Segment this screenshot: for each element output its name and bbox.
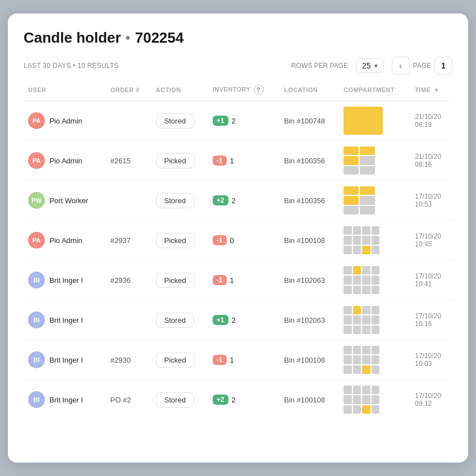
inventory-cell: -1 1 bbox=[208, 141, 280, 181]
compartment-visual bbox=[344, 266, 385, 294]
time-cell: 17/10/2010:53 bbox=[410, 181, 452, 221]
inventory-cell: +2 2 bbox=[208, 181, 280, 221]
inv-count: 2 bbox=[232, 117, 236, 125]
inv-badge: -1 bbox=[213, 275, 227, 285]
avatar: BI bbox=[28, 312, 45, 328]
rows-per-page-value: 25 bbox=[362, 61, 371, 70]
user-name: Brit Inger I bbox=[49, 316, 83, 324]
history-table: USER ORDER # ACTION INVENTORY ? LOCATION… bbox=[24, 81, 452, 419]
inv-badge: -1 bbox=[213, 355, 227, 365]
compartment-visual bbox=[344, 386, 385, 414]
table-row: PA Pio Admin #2937Picked -1 0 Bin #10010… bbox=[24, 221, 452, 260]
inventory-cell: -1 1 bbox=[208, 340, 280, 380]
action-badge: Stored bbox=[156, 392, 194, 408]
user-cell: BI Brit Inger I bbox=[24, 260, 106, 300]
action-badge: Picked bbox=[156, 153, 195, 168]
toolbar: LAST 30 DAYS • 10 RESULTS ROWS PER PAGE … bbox=[24, 57, 452, 75]
inv-badge: -1 bbox=[213, 155, 227, 166]
time-cell: 17/10/2010:41 bbox=[410, 260, 452, 300]
user-cell: PA Pio Admin bbox=[24, 221, 106, 260]
user-name: Pio Admin bbox=[49, 236, 83, 245]
compartment-visual bbox=[344, 107, 385, 135]
compartment-cell bbox=[339, 260, 410, 300]
compartment-visual bbox=[344, 346, 385, 374]
time-cell: 17/10/2010:16 bbox=[410, 300, 452, 340]
compartment-cell bbox=[339, 181, 410, 221]
action-badge: Stored bbox=[156, 113, 194, 129]
location-cell: Bin #100108 bbox=[280, 380, 339, 420]
user-name: Pio Admin bbox=[49, 157, 83, 165]
table-row: BI Brit Inger I #2930Picked -1 1 Bin #10… bbox=[24, 340, 452, 380]
inv-count: 1 bbox=[230, 276, 234, 285]
user-name: Pio Admin bbox=[49, 117, 83, 125]
order-cell: #2930 bbox=[106, 340, 152, 380]
inv-count: 1 bbox=[230, 157, 234, 165]
location-cell: Bin #100748 bbox=[280, 101, 339, 141]
user-cell: PW Port Worker bbox=[24, 181, 106, 221]
time-cell: 21/10/2008:16 bbox=[410, 141, 452, 181]
action-cell: Stored bbox=[152, 300, 208, 340]
summary-label: LAST 30 DAYS • 10 RESULTS bbox=[24, 62, 119, 70]
col-user: USER bbox=[24, 81, 106, 101]
action-cell: Stored bbox=[152, 181, 208, 221]
compartment-cell bbox=[339, 101, 410, 141]
inv-count: 1 bbox=[230, 356, 234, 364]
col-time[interactable]: TIME ▼ bbox=[410, 81, 452, 101]
order-cell bbox=[106, 101, 152, 141]
avatar: BI bbox=[28, 391, 45, 408]
inv-badge: +1 bbox=[213, 116, 228, 126]
inv-count: 0 bbox=[230, 236, 234, 245]
prev-page-button[interactable]: ‹ bbox=[392, 57, 410, 75]
user-name: Brit Inger I bbox=[49, 356, 83, 364]
rows-per-page-select[interactable]: 25 ▾ bbox=[356, 58, 384, 73]
user-cell: BI Brit Inger I bbox=[24, 380, 106, 420]
col-compartment: COMPARTMENT bbox=[339, 81, 410, 101]
inventory-cell: -1 0 bbox=[208, 221, 280, 260]
main-card: Candle holder • 702254 LAST 30 DAYS • 10… bbox=[8, 13, 468, 463]
inv-badge: +1 bbox=[213, 315, 228, 325]
pagination: ‹ PAGE 1 bbox=[392, 57, 452, 75]
inv-badge: +2 bbox=[213, 395, 228, 405]
order-cell: PO #2 bbox=[106, 380, 152, 420]
order-cell bbox=[106, 181, 152, 221]
user-cell: PA Pio Admin bbox=[24, 101, 106, 141]
compartment-cell bbox=[339, 141, 410, 181]
table-row: BI Brit Inger I PO #2Stored +2 2 Bin #10… bbox=[24, 380, 452, 420]
location-cell: Bin #100356 bbox=[280, 141, 339, 181]
action-cell: Picked bbox=[152, 221, 208, 260]
action-cell: Picked bbox=[152, 340, 208, 380]
inventory-help-icon[interactable]: ? bbox=[254, 85, 264, 95]
user-name: Brit Inger I bbox=[49, 276, 83, 285]
col-inventory: INVENTORY ? bbox=[208, 81, 280, 101]
avatar: PA bbox=[28, 152, 45, 169]
order-cell: #2936 bbox=[106, 260, 152, 300]
order-cell: #2615 bbox=[106, 141, 152, 181]
compartment-cell bbox=[339, 300, 410, 340]
compartment-visual bbox=[344, 147, 385, 175]
user-cell: BI Brit Inger I bbox=[24, 300, 106, 340]
inventory-cell: +2 2 bbox=[208, 380, 280, 420]
compartment-visual bbox=[344, 186, 385, 214]
inventory-cell: +1 2 bbox=[208, 300, 280, 340]
compartment-cell bbox=[339, 380, 410, 420]
col-location: LOCATION bbox=[280, 81, 339, 101]
avatar: BI bbox=[28, 351, 45, 368]
chevron-down-icon: ▾ bbox=[374, 62, 378, 70]
compartment-cell bbox=[339, 221, 410, 260]
avatar: PA bbox=[28, 112, 45, 129]
avatar: PA bbox=[28, 232, 45, 249]
location-cell: Bin #100108 bbox=[280, 340, 339, 380]
table-row: BI Brit Inger I Stored +1 2 Bin #1020631… bbox=[24, 300, 452, 340]
user-cell: BI Brit Inger I bbox=[24, 340, 106, 380]
title-dot: • bbox=[125, 29, 130, 47]
compartment-visual bbox=[344, 306, 385, 334]
location-cell: Bin #102063 bbox=[280, 260, 339, 300]
inv-count: 2 bbox=[232, 396, 236, 404]
action-badge: Picked bbox=[156, 233, 195, 248]
action-cell: Picked bbox=[152, 141, 208, 181]
location-cell: Bin #100356 bbox=[280, 181, 339, 221]
item-id: 702254 bbox=[135, 29, 184, 47]
page-number: 1 bbox=[434, 57, 452, 75]
time-cell: 17/10/2010:03 bbox=[410, 340, 452, 380]
page-title: Candle holder • 702254 bbox=[24, 29, 452, 47]
